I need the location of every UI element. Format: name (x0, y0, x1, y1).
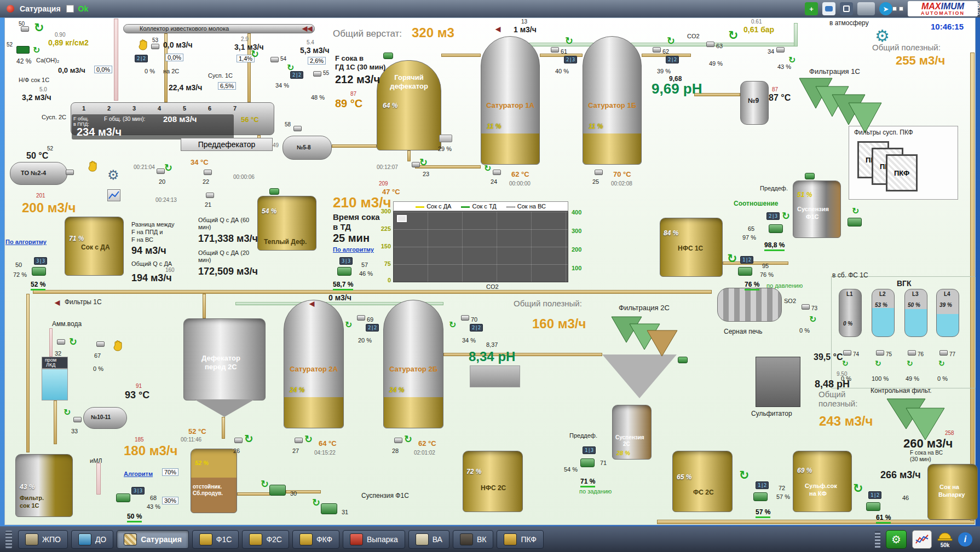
setpoint-57[interactable]: 57 % (756, 509, 770, 518)
vfd-display[interactable]: 1|2 (740, 256, 753, 264)
pump[interactable] (32, 267, 46, 276)
valve-55[interactable] (313, 71, 321, 77)
taskbar-item-do[interactable]: ДО (71, 530, 113, 549)
valve-73[interactable] (802, 304, 810, 310)
taskbar-item-saturation[interactable]: Сатурация (117, 530, 189, 549)
taskbar-handle[interactable] (875, 531, 880, 548)
vfd-display-52[interactable] (16, 46, 30, 54)
recycle-icon[interactable]: ↻ (565, 35, 573, 47)
recycle-icon[interactable]: ↻ (419, 156, 428, 168)
chat-icon[interactable] (822, 2, 835, 15)
pump[interactable] (866, 502, 880, 511)
vfd-display-53[interactable]: 2|2 (135, 55, 148, 62)
taskbar-item-vyparka[interactable]: Выпарка (343, 530, 405, 549)
monitor-icon[interactable] (397, 215, 407, 222)
algo-link[interactable]: По алгоритму (5, 239, 47, 246)
recycle-icon[interactable]: ↻ (33, 45, 40, 55)
recycle-icon[interactable]: ↻ (842, 359, 849, 368)
pump[interactable] (848, 218, 862, 226)
chart-plot[interactable] (393, 211, 568, 282)
vfd-display[interactable]: 1|2 (868, 491, 881, 499)
recycle-icon[interactable]: ↻ (739, 468, 749, 482)
valve-76[interactable] (908, 350, 916, 356)
valve-28[interactable] (394, 438, 402, 443)
pump[interactable] (769, 224, 783, 233)
valve-70[interactable] (461, 315, 469, 321)
recycle-icon[interactable]: ↻ (64, 407, 71, 417)
valve-21[interactable] (206, 193, 214, 198)
recycle-icon[interactable]: ↻ (404, 433, 412, 445)
settings-gear-icon[interactable]: ⚙ (107, 167, 119, 183)
valve-25[interactable] (595, 170, 603, 175)
valve-75[interactable] (876, 350, 884, 356)
valve-58[interactable] (293, 126, 302, 131)
recycle-icon[interactable]: ↻ (853, 481, 863, 495)
pump-68[interactable] (116, 493, 130, 502)
trend-button[interactable] (912, 530, 932, 549)
valve-20[interactable] (157, 168, 165, 174)
recycle-icon[interactable]: ↻ (938, 359, 945, 368)
pump[interactable] (337, 267, 351, 276)
setpoint-61[interactable]: 61 % (876, 514, 891, 524)
valve-26[interactable] (234, 438, 243, 443)
setpoint-587[interactable]: 58,7 % (333, 281, 353, 290)
network-icon[interactable] (840, 2, 853, 15)
recycle-icon[interactable]: ↻ (304, 433, 313, 445)
valve-54[interactable] (270, 57, 279, 62)
add-icon[interactable]: + (805, 2, 818, 15)
recycle-icon[interactable]: ↻ (907, 359, 913, 368)
setpoint-50[interactable]: 50 % (127, 513, 142, 522)
valve-33[interactable] (73, 417, 82, 422)
vfd-display[interactable]: 2|2 (366, 324, 379, 332)
taskbar-item-fkf[interactable]: ФКФ (292, 530, 339, 549)
vfd-display[interactable]: 3|3 (339, 257, 353, 265)
recycle-icon[interactable]: ↻ (875, 359, 881, 368)
pump[interactable] (738, 267, 752, 276)
pump-31[interactable] (321, 503, 337, 514)
algorithm-link[interactable]: Алгоритм (124, 470, 153, 478)
recycle-icon[interactable]: ↻ (251, 48, 259, 60)
setpoint-76[interactable]: 76 % (745, 281, 759, 290)
recycle-icon[interactable]: ↻ (345, 319, 352, 330)
recycle-icon[interactable]: ↻ (312, 497, 320, 508)
recycle-icon[interactable]: ↻ (261, 478, 269, 490)
setpoint-input[interactable]: 6,5% (218, 82, 236, 90)
trend-button[interactable] (107, 189, 120, 201)
avatar[interactable] (857, 2, 875, 15)
trend-chart[interactable]: Сок с ДА Сок с ТД Сок на ВС (393, 201, 568, 282)
setpoint-input[interactable]: 2,6% (308, 57, 326, 65)
vfd-display[interactable]: 1|3 (583, 446, 596, 454)
setpoint-input[interactable]: 30% (162, 497, 178, 504)
recycle-icon[interactable]: ↻ (852, 206, 859, 216)
taskbar-item-vk[interactable]: ВК (453, 530, 494, 549)
taskbar-item-pkf[interactable]: ПКФ (497, 530, 543, 549)
valve-74[interactable] (843, 350, 851, 356)
vfd-display[interactable]: 2|3 (564, 56, 577, 63)
vfd-display[interactable]: 3|3 (131, 487, 145, 495)
mini-square-1[interactable] (892, 7, 897, 11)
recycle-icon[interactable]: ↻ (164, 162, 172, 173)
taskbar-item-f1s[interactable]: Ф1С (192, 530, 239, 549)
taskbar-item-f2s[interactable]: Ф2С (242, 530, 289, 549)
manual-mode-hand-icon[interactable] (88, 160, 99, 174)
vfd-display[interactable]: 3|3 (34, 257, 47, 265)
valve-22[interactable] (204, 170, 212, 175)
recycle-icon[interactable]: ↻ (728, 28, 738, 42)
valve-23[interactable] (412, 162, 420, 167)
vfd-display[interactable]: 2|2 (470, 324, 483, 332)
recycle-icon[interactable]: ↻ (287, 62, 294, 73)
setpoint-input[interactable]: 70% (162, 468, 178, 476)
valve-62[interactable] (653, 47, 661, 53)
settings-gear-button[interactable]: ⚙ (886, 530, 907, 549)
telegram-icon[interactable]: ➤ (879, 2, 892, 15)
valve-27[interactable] (295, 438, 303, 443)
recycle-icon[interactable]: ↻ (667, 35, 675, 47)
recycle-icon[interactable]: ↻ (449, 319, 456, 330)
info-icon[interactable]: i (958, 532, 972, 547)
algo-link[interactable]: По алгоритму (333, 246, 374, 253)
setpoint-71[interactable]: 71 % (580, 478, 595, 487)
settings-gear-icon[interactable]: ⚙ (875, 26, 890, 45)
valve[interactable] (66, 170, 74, 175)
setpoint-input[interactable]: 0,0% (94, 66, 112, 73)
valve-53[interactable] (151, 44, 159, 49)
